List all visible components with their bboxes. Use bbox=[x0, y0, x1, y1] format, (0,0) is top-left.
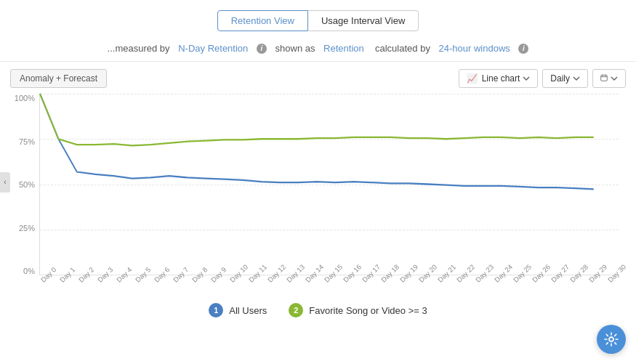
legend-badge-1: 1 bbox=[209, 303, 223, 318]
left-scroll-arrow[interactable]: ‹ bbox=[0, 172, 10, 193]
info-icon-1[interactable]: i bbox=[257, 44, 267, 54]
chart-svg bbox=[40, 94, 619, 275]
legend-badge-2: 2 bbox=[289, 303, 303, 318]
tab-usage-interval-view[interactable]: Usage Interval View bbox=[308, 10, 419, 31]
calendar-icon bbox=[600, 73, 608, 84]
y-label-100: 100% bbox=[15, 94, 35, 102]
y-label-50: 50% bbox=[19, 180, 35, 189]
info-icon-2[interactable]: i bbox=[518, 44, 528, 54]
interval-dropdown[interactable]: Daily bbox=[542, 69, 588, 88]
legend: 1 All Users 2 Favorite Song or Video >= … bbox=[0, 297, 636, 320]
chart-type-dropdown[interactable]: 📈 Line chart bbox=[459, 69, 539, 88]
interval-label: Daily bbox=[550, 73, 570, 84]
tab-retention-view[interactable]: Retention View bbox=[217, 10, 308, 31]
y-axis: 100% 75% 50% 25% 0% bbox=[10, 94, 39, 275]
y-label-75: 75% bbox=[19, 137, 35, 146]
tab-bar: Retention View Usage Interval View bbox=[0, 0, 636, 39]
legend-item-1: 1 All Users bbox=[209, 303, 267, 318]
legend-item-2: 2 Favorite Song or Video >= 3 bbox=[289, 303, 427, 318]
anomaly-forecast-button[interactable]: Anomaly + Forecast bbox=[10, 69, 107, 88]
fab-button[interactable] bbox=[597, 325, 626, 354]
measured-by-prefix: ...measured by bbox=[108, 43, 170, 54]
subtitle-bar: ...measured by N-Day Retention i shown a… bbox=[0, 39, 636, 61]
x-axis-labels: Day 0 Day 1 Day 2 Day 3 Day 4 Day 5 Day … bbox=[39, 275, 619, 297]
chart-inner bbox=[39, 94, 619, 275]
toolbar-right: 📈 Line chart Daily bbox=[459, 69, 626, 88]
calendar-button[interactable] bbox=[592, 69, 626, 88]
shown-as-link[interactable]: Retention bbox=[323, 43, 364, 54]
calc-label: calculated by bbox=[375, 43, 430, 54]
metric-link[interactable]: N-Day Retention bbox=[178, 43, 248, 54]
chart-area: 100% 75% 50% 25% 0% Day 0 Day 1 Day 2 Da bbox=[10, 94, 626, 297]
legend-label-1: All Users bbox=[229, 305, 267, 316]
chart-type-label: Line chart bbox=[482, 73, 520, 84]
chart-toolbar: Anomaly + Forecast 📈 Line chart Daily bbox=[0, 62, 636, 94]
y-label-0: 0% bbox=[23, 267, 35, 275]
svg-point-1 bbox=[609, 337, 613, 341]
svg-rect-0 bbox=[601, 75, 608, 81]
shown-as-label: shown as bbox=[275, 43, 315, 54]
legend-label-2: Favorite Song or Video >= 3 bbox=[309, 305, 427, 316]
calc-link[interactable]: 24-hour windows bbox=[439, 43, 510, 54]
y-label-25: 25% bbox=[19, 224, 35, 232]
